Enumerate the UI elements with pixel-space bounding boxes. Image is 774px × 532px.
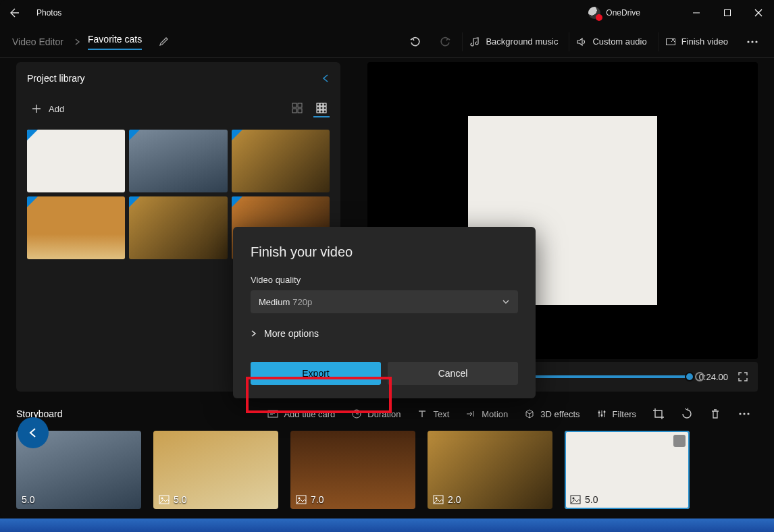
maximize-button[interactable] [712, 0, 743, 26]
redo-button[interactable] [432, 32, 458, 52]
svg-point-22 [603, 411, 605, 413]
image-icon [433, 494, 444, 505]
rotate-button[interactable] [674, 404, 700, 424]
custom-audio-button[interactable]: Custom audio [569, 32, 653, 51]
storyboard-clip[interactable]: 7.0 [290, 431, 415, 509]
toolbar: Video Editor Favorite cats Background mu… [0, 26, 774, 58]
svg-rect-11 [324, 103, 326, 106]
svg-rect-13 [320, 107, 323, 109]
svg-point-31 [436, 498, 438, 500]
slider-end-marker [695, 372, 704, 381]
storyboard-panel: Storyboard Add title card Duration Text [16, 404, 758, 518]
video-quality-select[interactable]: Medium720p [251, 290, 518, 313]
close-button[interactable] [743, 0, 774, 26]
collapse-library-button[interactable] [321, 74, 330, 82]
storyboard-title: Storyboard [16, 408, 62, 419]
background-music-button[interactable]: Background music [462, 32, 565, 51]
svg-rect-14 [324, 107, 326, 109]
image-icon [570, 494, 581, 505]
svg-rect-12 [317, 107, 319, 109]
svg-rect-18 [268, 410, 278, 417]
duration-button[interactable]: Duration [344, 404, 407, 423]
filters-button[interactable]: Filters [590, 404, 643, 423]
add-media-button[interactable]: Add [27, 101, 68, 117]
dialog-title: Finish your video [251, 244, 518, 260]
svg-rect-0 [725, 10, 731, 16]
more-options-toggle[interactable]: More options [251, 328, 518, 339]
export-button[interactable]: Export [251, 362, 381, 385]
image-icon [296, 494, 307, 505]
text-button[interactable]: Text [410, 404, 456, 423]
storyboard-clip[interactable]: 5.0 [153, 431, 278, 509]
undo-button[interactable] [403, 32, 428, 52]
svg-rect-8 [298, 109, 302, 113]
svg-rect-6 [298, 103, 302, 107]
svg-point-2 [747, 41, 749, 43]
crop-button[interactable] [646, 404, 671, 424]
chevron-down-icon [502, 298, 510, 306]
svg-point-3 [751, 41, 753, 43]
app-title: Photos [36, 8, 61, 18]
svg-rect-16 [320, 110, 323, 113]
chevron-right-icon [74, 38, 81, 45]
onedrive-label: OneDrive [606, 8, 640, 18]
library-thumb[interactable] [27, 196, 125, 259]
svg-point-4 [755, 41, 757, 43]
view-large-button[interactable] [289, 100, 305, 117]
storyboard-prev-button[interactable] [18, 417, 49, 448]
breadcrumb: Video Editor Favorite cats [8, 34, 170, 50]
rename-icon[interactable] [158, 36, 170, 48]
project-library-title: Project library [27, 73, 85, 84]
svg-point-23 [739, 413, 741, 415]
library-thumb[interactable] [232, 130, 330, 192]
svg-rect-10 [320, 103, 323, 106]
svg-rect-9 [317, 103, 319, 106]
library-thumb[interactable] [129, 130, 227, 192]
library-thumb[interactable] [27, 130, 125, 192]
svg-point-33 [573, 498, 575, 500]
windows-taskbar[interactable] [0, 518, 774, 532]
minimize-button[interactable] [681, 0, 712, 26]
video-quality-label: Video quality [251, 275, 518, 285]
finish-video-dialog: Finish your video Video quality Medium72… [233, 227, 536, 398]
back-button[interactable] [5, 3, 24, 22]
onedrive-icon [588, 7, 600, 19]
more-button[interactable] [739, 32, 766, 51]
image-icon [159, 494, 170, 505]
add-title-card-button[interactable]: Add title card [261, 404, 342, 423]
3d-effects-button[interactable]: 3D effects [517, 404, 586, 423]
svg-rect-17 [324, 110, 326, 113]
slider-thumb[interactable] [685, 372, 694, 381]
storyboard-more-button[interactable] [731, 404, 758, 423]
motion-button[interactable]: Motion [459, 404, 515, 423]
svg-rect-15 [317, 110, 319, 113]
clip-checkbox[interactable] [673, 435, 686, 447]
fullscreen-button[interactable] [738, 371, 748, 382]
svg-point-29 [299, 498, 301, 500]
svg-point-27 [161, 498, 163, 500]
finish-video-button[interactable]: Finish video [658, 32, 735, 51]
library-thumb[interactable] [129, 196, 227, 259]
titlebar: Photos OneDrive [0, 0, 774, 26]
breadcrumb-current[interactable]: Favorite cats [88, 34, 142, 50]
storyboard-clip[interactable]: 5.0 [565, 431, 690, 509]
svg-rect-7 [292, 109, 296, 113]
svg-point-24 [743, 413, 745, 415]
view-small-button[interactable] [313, 100, 330, 117]
chevron-right-icon [251, 330, 257, 337]
onedrive-status[interactable]: OneDrive [588, 7, 640, 19]
svg-rect-5 [292, 103, 296, 107]
breadcrumb-root[interactable]: Video Editor [8, 34, 68, 50]
cancel-button[interactable]: Cancel [388, 362, 518, 385]
storyboard-clip[interactable]: 2.0 [428, 431, 552, 509]
svg-point-25 [747, 413, 749, 415]
delete-button[interactable] [702, 404, 728, 424]
svg-point-20 [598, 412, 600, 414]
svg-point-21 [600, 415, 602, 417]
